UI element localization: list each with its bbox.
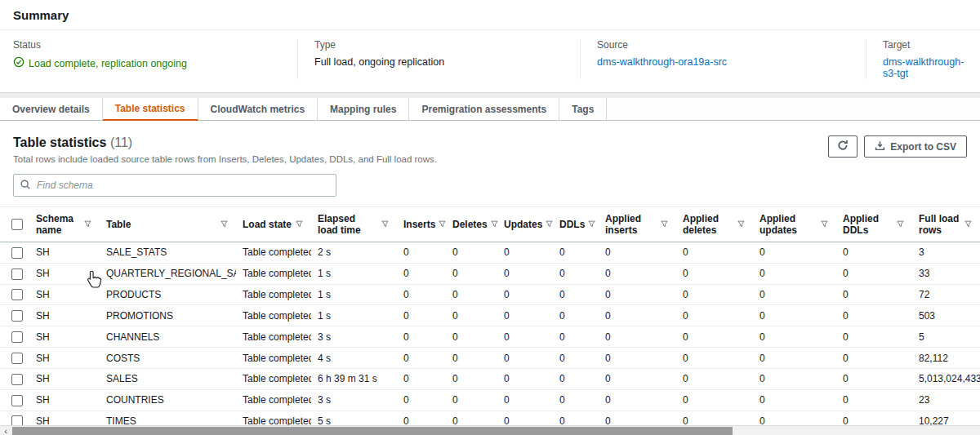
column-header-label: DDLs — [559, 219, 585, 230]
table-cell: 0 — [397, 242, 446, 264]
table-cell: 0 — [676, 348, 753, 369]
column-filter-icon[interactable] — [220, 219, 228, 230]
column-header: Table — [100, 207, 236, 242]
table-cell: SH — [29, 326, 100, 348]
row-select-cell — [0, 348, 29, 369]
tab-table-statistics[interactable]: Table statistics — [103, 98, 198, 121]
summary-panel: Summary Status Load complete, replicatio… — [0, 0, 980, 93]
table-cell: 0 — [553, 368, 599, 389]
row-checkbox[interactable] — [11, 395, 23, 406]
column-filter-icon[interactable] — [296, 219, 303, 230]
row-select-cell — [0, 389, 29, 411]
column-filter-icon[interactable] — [84, 219, 91, 230]
table-cell: 0 — [836, 305, 912, 326]
column-filter-icon[interactable] — [661, 219, 668, 230]
panel-description: Total rows include loaded source table r… — [13, 154, 437, 164]
table-cell: Table completed — [236, 326, 311, 348]
table-cell: 0 — [753, 389, 836, 411]
column-filter-icon[interactable] — [737, 219, 745, 230]
table-row: SHCOSTSTable completed4 s0000000082,112 — [0, 348, 980, 369]
table-statistics-table: Schema nameTableLoad stateElapsed load t… — [0, 206, 980, 435]
table-cell: 0 — [553, 326, 599, 348]
table-cell: 5 — [912, 326, 980, 348]
find-schema-input[interactable] — [13, 174, 336, 197]
table-cell: 72 — [912, 284, 980, 305]
source-endpoint-link[interactable]: dms-walkthrough-ora19a-src — [597, 56, 727, 68]
column-filter-icon[interactable] — [439, 219, 446, 230]
source-label: Source — [597, 39, 856, 51]
tab-overview-details[interactable]: Overview details — [0, 98, 103, 120]
status-text: Load complete, replication ongoing — [29, 58, 187, 69]
column-header-label: Applied updates — [760, 213, 817, 236]
refresh-icon — [837, 140, 849, 153]
column-filter-icon[interactable] — [821, 219, 828, 230]
table-cell: 0 — [753, 326, 836, 348]
summary-title: Summary — [0, 0, 980, 30]
table-cell: 0 — [676, 305, 753, 326]
table-cell: 5,013,024,433 — [912, 368, 980, 389]
table-cell: 0 — [836, 348, 912, 369]
tab-mapping-rules[interactable]: Mapping rules — [318, 98, 409, 120]
table-cell: 0 — [497, 305, 553, 326]
table-cell: Table completed — [236, 263, 311, 284]
table-cell: CHANNELS — [100, 326, 236, 348]
table-cell: SH — [29, 348, 100, 369]
column-header: Updates — [497, 207, 553, 242]
row-select-cell — [0, 242, 29, 264]
column-filter-icon[interactable] — [381, 219, 389, 230]
table-cell: 2 s — [311, 242, 397, 264]
table-cell: Table completed — [236, 242, 311, 264]
summary-field-target: Target dms-walkthrough-s3-tgt — [866, 39, 980, 79]
table-cell: 0 — [599, 305, 676, 326]
row-checkbox[interactable] — [11, 289, 23, 300]
table-cell: 0 — [836, 284, 912, 305]
row-checkbox[interactable] — [11, 353, 23, 364]
table-row: SHPROMOTIONSTable completed1 s0000000050… — [0, 305, 980, 326]
type-label: Type — [314, 39, 570, 51]
export-to-csv-button[interactable]: Export to CSV — [864, 135, 967, 158]
table-cell: 0 — [397, 284, 446, 305]
tab-bar-filler — [607, 98, 980, 120]
column-filter-icon[interactable] — [897, 219, 904, 230]
tab-premigration-assessments[interactable]: Premigration assessments — [409, 98, 559, 120]
column-filter-icon[interactable] — [546, 219, 553, 230]
row-checkbox[interactable] — [11, 247, 23, 259]
table-cell: 0 — [497, 263, 553, 284]
column-filter-icon[interactable] — [491, 219, 498, 230]
column-header-label: Applied deletes — [683, 213, 734, 236]
column-header: Applied deletes — [676, 207, 753, 242]
tab-bar: Overview details Table statistics CloudW… — [0, 98, 980, 121]
refresh-button[interactable] — [828, 135, 858, 158]
row-checkbox[interactable] — [11, 331, 23, 343]
row-select-cell — [0, 305, 29, 326]
row-checkbox[interactable] — [11, 310, 23, 322]
scrollbar-thumb[interactable] — [12, 427, 733, 435]
table-header-row: Schema nameTableLoad stateElapsed load t… — [0, 207, 980, 242]
column-filter-icon[interactable] — [964, 219, 972, 230]
table-cell: 0 — [753, 368, 836, 389]
table-cell: 0 — [599, 389, 676, 411]
select-all-checkbox[interactable] — [11, 219, 23, 230]
table-cell: 0 — [497, 368, 553, 389]
table-cell: Table completed — [236, 389, 311, 411]
table-cell: 0 — [676, 368, 753, 389]
row-checkbox[interactable] — [11, 269, 23, 280]
column-header: Applied updates — [753, 207, 836, 242]
table-cell: 1 s — [311, 284, 397, 305]
tab-cloudwatch-metrics[interactable]: CloudWatch metrics — [198, 98, 318, 120]
panel-count: (11) — [110, 135, 132, 149]
table-cell: 0 — [446, 348, 497, 369]
table-row: SHQUARTERLY_REGIONAL_SALESTable complete… — [0, 263, 980, 284]
table-cell: SALE_STATS — [100, 242, 236, 264]
table-cell: 0 — [753, 305, 836, 326]
scrollbar-left-arrow-icon[interactable]: ‹ — [0, 426, 11, 435]
row-select-cell — [0, 284, 29, 305]
table-body: SHSALE_STATSTable completed2 s000000003S… — [0, 242, 980, 435]
column-filter-icon[interactable] — [588, 219, 595, 230]
tab-tags[interactable]: Tags — [559, 98, 607, 120]
table-cell: 0 — [397, 389, 446, 411]
target-endpoint-link[interactable]: dms-walkthrough-s3-tgt — [883, 56, 970, 79]
row-checkbox[interactable] — [11, 374, 23, 385]
table-cell: 0 — [836, 389, 912, 411]
table-cell: 82,112 — [912, 348, 980, 369]
